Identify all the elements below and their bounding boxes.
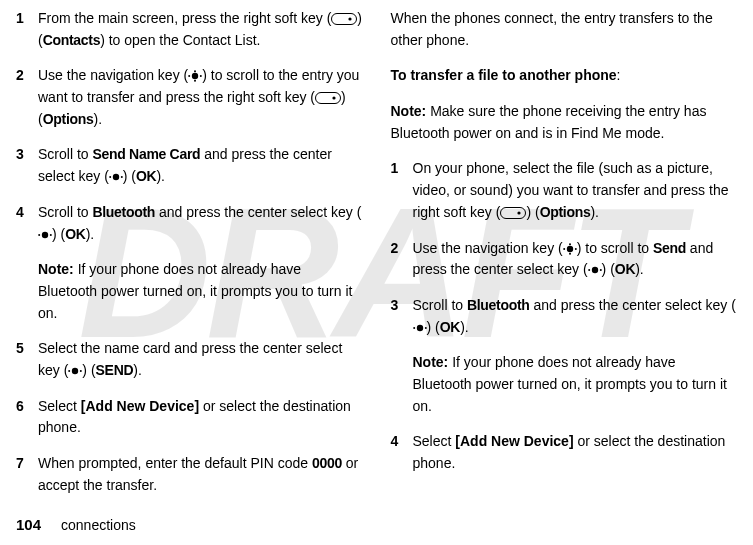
text: ).	[156, 168, 165, 184]
soft-key-icon	[331, 13, 357, 25]
soft-key-label: Options	[43, 111, 94, 127]
step-text: Select [Add New Device] or select the de…	[38, 396, 363, 439]
soft-key-label: OK	[65, 226, 85, 242]
svg-point-25	[591, 267, 597, 273]
svg-point-13	[38, 234, 40, 236]
soft-key-label: OK	[136, 168, 156, 184]
page-body: 1 From the main screen, press the right …	[0, 0, 753, 516]
svg-point-19	[518, 211, 521, 214]
text: ) (	[602, 261, 615, 277]
soft-key-icon	[500, 207, 526, 219]
text: ) (	[52, 226, 65, 242]
svg-point-12	[42, 231, 48, 237]
menu-term: 0000	[312, 455, 342, 471]
step-text: Scroll to Bluetooth and press the center…	[413, 295, 738, 338]
text: ).	[590, 204, 599, 220]
step-text: Use the navigation key () to scroll to S…	[413, 238, 738, 281]
text: Select	[413, 433, 456, 449]
list-item: 6 Select [Add New Device] or select the …	[16, 396, 363, 439]
text: Make sure the phone receiving the entry …	[391, 103, 707, 141]
page-footer: 104connections	[16, 513, 136, 537]
menu-term: Send Name Card	[92, 146, 200, 162]
step-number: 4	[391, 431, 413, 453]
list-item: 1 From the main screen, press the right …	[16, 8, 363, 51]
text: Use the navigation key (	[38, 67, 188, 83]
list-item: 1 On your phone, select the file (such a…	[391, 158, 738, 223]
list-item: 3 Scroll to Bluetooth and press the cent…	[391, 295, 738, 338]
svg-point-3	[194, 71, 196, 73]
svg-point-2	[192, 73, 198, 79]
step-number: 1	[391, 158, 413, 180]
list-item: 4 Scroll to Bluetooth and press the cent…	[16, 202, 363, 245]
note-paragraph: Note: If your phone does not already hav…	[38, 259, 363, 324]
nav-key-icon	[563, 243, 577, 255]
svg-point-23	[563, 248, 565, 250]
right-column: When the phones connect, the entry trans…	[391, 8, 738, 510]
svg-point-1	[349, 17, 352, 20]
step-text: Scroll to Bluetooth and press the center…	[38, 202, 363, 245]
text: Scroll to	[38, 204, 92, 220]
center-key-icon	[68, 365, 82, 377]
svg-point-8	[332, 96, 335, 99]
note-paragraph: Note: If your phone does not already hav…	[413, 352, 738, 417]
note-label: Note:	[413, 354, 449, 370]
step-number: 3	[16, 144, 38, 166]
text: and press the center select key (	[530, 297, 736, 313]
svg-point-21	[569, 243, 571, 245]
step-number: 2	[391, 238, 413, 260]
step-number: 2	[16, 65, 38, 87]
text: When prompted, enter the default PIN cod…	[38, 455, 312, 471]
step-text: Use the navigation key () to scroll to t…	[38, 65, 363, 130]
note-paragraph: Note: Make sure the phone receiving the …	[391, 101, 738, 144]
svg-point-10	[109, 176, 111, 178]
menu-term: Bluetooth	[92, 204, 155, 220]
text: Use the navigation key (	[413, 240, 563, 256]
note-label: Note:	[38, 261, 74, 277]
text: Scroll to	[413, 297, 467, 313]
center-key-icon	[109, 171, 123, 183]
subheading: To transfer a file to another phone:	[391, 65, 738, 87]
svg-rect-7	[316, 93, 341, 104]
step-number: 4	[16, 202, 38, 224]
step-number: 7	[16, 453, 38, 475]
text: ).	[460, 319, 469, 335]
step-text: From the main screen, press the right so…	[38, 8, 363, 51]
svg-point-22	[569, 252, 571, 254]
menu-term: Bluetooth	[467, 297, 530, 313]
svg-rect-18	[501, 207, 526, 218]
text: ) (	[427, 319, 440, 335]
text: If your phone does not already have Blue…	[413, 354, 727, 413]
step-number: 1	[16, 8, 38, 30]
step-number: 6	[16, 396, 38, 418]
svg-rect-0	[332, 14, 357, 25]
center-key-icon	[38, 229, 52, 241]
step-text: On your phone, select the file (such as …	[413, 158, 738, 223]
text: ) (	[123, 168, 136, 184]
svg-point-29	[413, 327, 415, 329]
center-key-icon	[588, 264, 602, 276]
step-text: Select [Add New Device] or select the de…	[413, 431, 738, 474]
step-text: Select the name card and press the cente…	[38, 338, 363, 381]
center-key-icon	[413, 322, 427, 334]
svg-point-15	[72, 368, 78, 374]
text: and press the center select key (	[155, 204, 361, 220]
text: Scroll to	[38, 146, 92, 162]
nav-key-icon	[188, 70, 202, 82]
soft-key-label: Contacts	[43, 32, 101, 48]
soft-key-label: SEND	[96, 362, 134, 378]
svg-point-16	[69, 370, 71, 372]
page-number: 104	[16, 516, 41, 533]
svg-point-5	[188, 75, 190, 77]
svg-point-4	[194, 80, 196, 82]
svg-point-20	[567, 245, 573, 251]
left-column: 1 From the main screen, press the right …	[16, 8, 363, 510]
text: ) (	[526, 204, 539, 220]
step-text: When prompted, enter the default PIN cod…	[38, 453, 363, 496]
text: ).	[635, 261, 644, 277]
svg-point-26	[588, 269, 590, 271]
text: ).	[133, 362, 142, 378]
paragraph: When the phones connect, the entry trans…	[391, 8, 738, 51]
menu-term: [Add New Device]	[81, 398, 199, 414]
text: ).	[93, 111, 102, 127]
list-item: 7 When prompted, enter the default PIN c…	[16, 453, 363, 496]
